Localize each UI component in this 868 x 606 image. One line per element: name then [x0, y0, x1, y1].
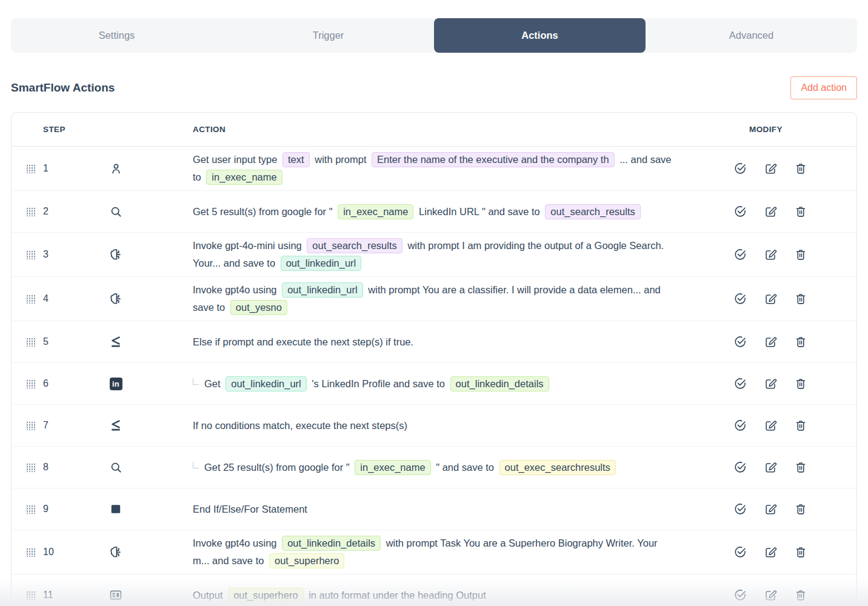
- action-description: Invoke gpt-4o-mini using out_search_resu…: [145, 233, 709, 276]
- delete-button[interactable]: [794, 377, 807, 390]
- modify-cell: [709, 419, 842, 432]
- step-number: 1: [38, 163, 87, 174]
- user-icon: [109, 162, 123, 176]
- action-text: in auto format under the heading Output: [309, 590, 486, 601]
- trash-icon: [794, 461, 807, 474]
- circle-check-icon: [733, 588, 747, 602]
- handle-cell: [26, 421, 38, 430]
- check-button[interactable]: [733, 248, 747, 261]
- delete-button[interactable]: [794, 588, 807, 602]
- tab-advanced[interactable]: Advanced: [646, 18, 857, 53]
- action-text: If no conditions match, execute the next…: [193, 420, 407, 431]
- delete-button[interactable]: [794, 545, 807, 559]
- edit-button[interactable]: [764, 461, 777, 474]
- table-row: 2Get 5 result(s) from google for " in_ex…: [12, 190, 856, 232]
- edit-button[interactable]: [764, 248, 777, 261]
- circle-check-icon: [733, 377, 747, 390]
- edit-button[interactable]: [764, 588, 777, 602]
- drag-handle-icon[interactable]: [26, 548, 35, 557]
- handle-cell: [26, 207, 38, 216]
- add-action-button[interactable]: Add action: [790, 76, 857, 99]
- action-text: with prompt: [315, 154, 366, 165]
- handle-cell: [26, 164, 38, 173]
- circle-check-icon: [733, 205, 747, 218]
- edit-icon: [764, 461, 777, 474]
- drag-handle-icon[interactable]: [26, 463, 35, 472]
- drag-handle-icon[interactable]: [26, 591, 35, 600]
- delete-button[interactable]: [794, 461, 807, 474]
- drag-handle-icon[interactable]: [26, 207, 35, 216]
- step-number: 5: [38, 336, 87, 347]
- circle-check-icon: [733, 502, 747, 516]
- delete-button[interactable]: [794, 335, 807, 348]
- trash-icon: [794, 162, 807, 175]
- condition-icon: [109, 335, 123, 349]
- tab-trigger[interactable]: Trigger: [222, 18, 434, 53]
- handle-cell: [26, 338, 38, 347]
- delete-button[interactable]: [794, 205, 807, 218]
- check-button[interactable]: [733, 588, 747, 602]
- ai-icon: [109, 291, 123, 306]
- circle-check-icon: [733, 292, 747, 305]
- step-number: 2: [38, 206, 87, 217]
- delete-button[interactable]: [794, 502, 807, 516]
- circle-check-icon: [733, 162, 747, 175]
- edit-button[interactable]: [764, 335, 777, 348]
- drag-handle-icon[interactable]: [26, 250, 35, 259]
- modify-cell: [709, 205, 842, 218]
- check-button[interactable]: [733, 419, 747, 432]
- delete-button[interactable]: [794, 292, 807, 305]
- edit-button[interactable]: [764, 502, 777, 516]
- table-row: 8Get 25 result(s) from google for " in_e…: [12, 446, 856, 488]
- variable-chip: out_search_results: [307, 238, 402, 253]
- check-button[interactable]: [733, 502, 747, 516]
- check-button[interactable]: [733, 377, 747, 390]
- icon-cell: [87, 291, 145, 306]
- drag-handle-icon[interactable]: [26, 505, 35, 514]
- nested-step-elbow-icon: [193, 462, 199, 468]
- edit-icon: [764, 545, 777, 559]
- icon-cell: [87, 335, 145, 349]
- action-description: End If/Else/For Statement: [145, 496, 709, 522]
- icon-cell: [87, 588, 145, 602]
- drag-handle-icon[interactable]: [26, 338, 35, 347]
- table-row: 5Else if prompt and execute the next ste…: [12, 321, 856, 362]
- check-button[interactable]: [733, 545, 747, 559]
- check-button[interactable]: [733, 205, 747, 218]
- delete-button[interactable]: [794, 248, 807, 261]
- edit-button[interactable]: [764, 292, 777, 305]
- table-row: 4Invoke gpt4o using out_linkedin_url wit…: [12, 276, 856, 321]
- check-button[interactable]: [733, 335, 747, 348]
- drag-handle-icon[interactable]: [26, 379, 35, 388]
- table-row: 6inGet out_linkedin_url 's LinkedIn Prof…: [12, 362, 856, 404]
- modify-cell: [709, 461, 842, 474]
- delete-button[interactable]: [794, 162, 807, 175]
- handle-cell: [26, 463, 38, 472]
- edit-button[interactable]: [764, 205, 777, 218]
- variable-chip: out_search_results: [545, 204, 640, 219]
- edit-icon: [764, 502, 777, 516]
- delete-button[interactable]: [794, 419, 807, 432]
- icon-cell: in: [87, 378, 145, 390]
- trash-icon: [794, 377, 807, 390]
- modify-cell: [709, 377, 842, 390]
- check-button[interactable]: [733, 292, 747, 305]
- edit-button[interactable]: [764, 162, 777, 175]
- icon-cell: [87, 247, 145, 262]
- check-button[interactable]: [733, 461, 747, 474]
- action-description: Get out_linkedin_url 's LinkedIn Profile…: [145, 371, 709, 397]
- edit-icon: [764, 162, 777, 175]
- table-row: 11Output out_superhero in auto format un…: [12, 574, 856, 606]
- drag-handle-icon[interactable]: [26, 421, 35, 430]
- edit-icon: [764, 377, 777, 390]
- tab-actions[interactable]: Actions: [434, 18, 646, 53]
- edit-button[interactable]: [764, 545, 777, 559]
- drag-handle-icon[interactable]: [26, 164, 35, 173]
- step-number: 9: [38, 504, 87, 514]
- handle-cell: [26, 505, 38, 514]
- check-button[interactable]: [733, 162, 747, 175]
- tab-settings[interactable]: Settings: [11, 18, 222, 53]
- edit-button[interactable]: [764, 419, 777, 432]
- edit-button[interactable]: [764, 377, 777, 390]
- drag-handle-icon[interactable]: [26, 295, 35, 304]
